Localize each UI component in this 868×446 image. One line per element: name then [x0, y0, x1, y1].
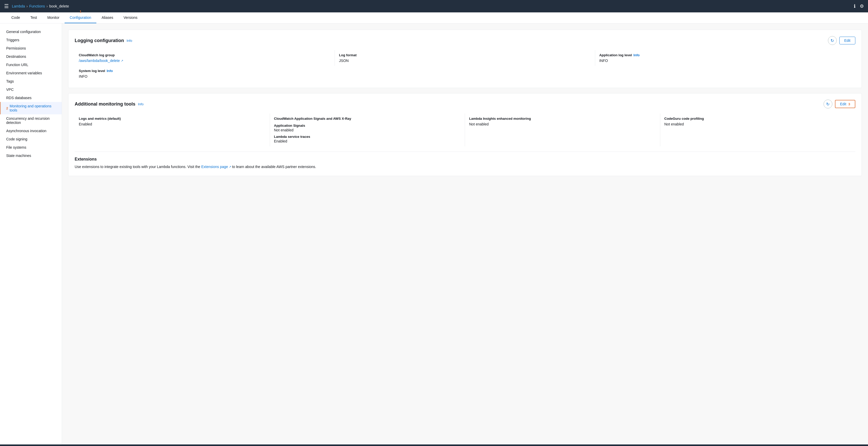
lambda-insights-cell: Lambda Insights enhanced monitoring Not …: [465, 113, 660, 146]
logging-data-grid: CloudWatch log group /aws/lambda/book_de…: [75, 50, 855, 66]
system-log-level-info[interactable]: Info: [107, 69, 113, 73]
monitoring-tools-refresh-button[interactable]: ↻: [824, 100, 832, 108]
log-format-label: Log format: [339, 53, 591, 57]
external-link-icon: ↗: [121, 59, 123, 63]
sidebar-indicator-monitoring: 2: [6, 106, 8, 110]
cloudwatch-signals-label: CloudWatch Application Signals and AWS X…: [274, 117, 461, 121]
system-log-level-value: INFO: [79, 74, 851, 78]
refresh-icon: ↻: [831, 38, 834, 43]
lambda-service-traces-sub-value: Enabled: [274, 139, 461, 143]
codeguru-value: Not enabled: [664, 122, 851, 126]
application-signals-sub-value: Not enabled: [274, 128, 461, 132]
sidebar-item-concurrency-and-recursion-detection[interactable]: Concurrency and recursion detection: [0, 114, 62, 127]
settings-icon[interactable]: ⚙: [860, 3, 864, 9]
monitoring-tools-actions: ↻ Edit 3: [824, 100, 855, 108]
sidebar-item-tags[interactable]: Tags: [0, 77, 62, 85]
application-log-level-value: INFO: [599, 59, 851, 63]
tab-aliases[interactable]: Aliases: [96, 12, 118, 23]
monitoring-edit-indicator: 3: [848, 102, 850, 106]
lambda-insights-value: Not enabled: [469, 122, 656, 126]
logging-config-title: Logging configuration: [75, 38, 124, 43]
sidebar: General configuration Triggers Permissio…: [0, 24, 62, 444]
extensions-section: Extensions Use extensions to integrate e…: [75, 151, 855, 170]
cloudwatch-log-group-cell: CloudWatch log group /aws/lambda/book_de…: [75, 50, 335, 66]
sidebar-item-monitoring-and-operations-tools[interactable]: 2 Monitoring and operations tools: [0, 102, 62, 114]
breadcrumb: Lambda › Functions › book_delete: [12, 4, 69, 8]
codeguru-cell: CodeGuru code profiling Not enabled: [660, 113, 856, 146]
cloudwatch-signals-cell: CloudWatch Application Signals and AWS X…: [270, 113, 465, 146]
lambda-service-traces-sub-label: Lambda service traces: [274, 135, 461, 139]
extensions-title: Extensions: [75, 157, 855, 162]
top-nav: ☰ Lambda › Functions › book_delete ℹ ⚙: [0, 0, 868, 12]
application-signals-sub: Application Signals Not enabled: [274, 124, 461, 132]
tab-configuration[interactable]: 1 Configuration: [65, 12, 96, 23]
monitoring-data-grid: Logs and metrics (default) Enabled Cloud…: [75, 113, 855, 146]
log-format-value: JSON: [339, 59, 591, 63]
system-log-level-label: System log level Info: [79, 69, 851, 73]
sidebar-item-destinations[interactable]: Destinations: [0, 53, 62, 61]
cloudwatch-log-group-label: CloudWatch log group: [79, 53, 331, 57]
tab-monitor[interactable]: Monitor: [42, 12, 65, 23]
sidebar-item-function-url[interactable]: Function URL: [0, 61, 62, 69]
system-log-level-row: System log level Info INFO: [75, 66, 855, 81]
application-log-level-cell: Application log level Info INFO: [595, 50, 855, 66]
application-signals-sub-label: Application Signals: [274, 124, 461, 128]
application-log-level-info[interactable]: Info: [633, 53, 640, 57]
monitoring-tools-title: Additional monitoring tools: [75, 101, 135, 107]
tab-code[interactable]: Code: [6, 12, 25, 23]
monitoring-tools-card: Additional monitoring tools Info ↻ Edit …: [68, 93, 862, 176]
codeguru-label: CodeGuru code profiling: [664, 117, 851, 121]
sidebar-item-rds-databases[interactable]: RDS databases: [0, 94, 62, 102]
extensions-page-link[interactable]: Extensions page ↗: [201, 164, 231, 170]
sidebar-item-asynchronous-invocation[interactable]: Asynchronous invocation: [0, 127, 62, 135]
monitoring-tools-edit-button[interactable]: Edit 3: [835, 100, 855, 108]
monitoring-tools-header: Additional monitoring tools Info ↻ Edit …: [75, 100, 855, 108]
logging-configuration-card: Logging configuration Info ↻ Edit CloudW…: [68, 30, 862, 88]
sidebar-item-triggers[interactable]: Triggers: [0, 36, 62, 44]
application-log-level-label: Application log level Info: [599, 53, 851, 57]
hamburger-menu[interactable]: ☰: [4, 3, 9, 9]
sidebar-item-state-machines[interactable]: State machines: [0, 151, 62, 160]
logging-config-title-area: Logging configuration Info: [75, 38, 132, 43]
footer: ⬛ CloudShell Feedback © 2025, Amazon Web…: [0, 444, 868, 446]
lambda-service-traces-sub: Lambda service traces Enabled: [274, 135, 461, 143]
logging-config-header: Logging configuration Info ↻ Edit: [75, 36, 855, 45]
sidebar-item-permissions[interactable]: Permissions: [0, 44, 62, 53]
monitoring-tools-info-link[interactable]: Info: [138, 102, 144, 106]
breadcrumb-current: book_delete: [49, 4, 69, 8]
logging-config-info-link[interactable]: Info: [127, 39, 132, 43]
breadcrumb-lambda[interactable]: Lambda: [12, 4, 25, 8]
sidebar-item-environment-variables[interactable]: Environment variables: [0, 69, 62, 77]
logs-metrics-value: Enabled: [79, 122, 266, 126]
tab-configuration-indicator: 1: [80, 10, 82, 13]
cloudwatch-log-group-value: /aws/lambda/book_delete ↗: [79, 59, 331, 63]
content-area: Logging configuration Info ↻ Edit CloudW…: [62, 24, 868, 444]
breadcrumb-sep-1: ›: [27, 4, 28, 8]
logging-config-refresh-button[interactable]: ↻: [828, 36, 837, 45]
sidebar-item-file-systems[interactable]: File systems: [0, 143, 62, 151]
top-nav-right: ℹ ⚙: [854, 3, 864, 9]
logs-metrics-cell: Logs and metrics (default) Enabled: [75, 113, 270, 146]
tabs-bar: Code Test Monitor 1 Configuration Aliase…: [0, 12, 868, 24]
log-format-cell: Log format JSON: [335, 50, 595, 66]
logging-config-edit-button[interactable]: Edit: [839, 37, 855, 44]
cloudwatch-log-group-link[interactable]: /aws/lambda/book_delete ↗: [79, 59, 331, 63]
extensions-description: Use extensions to integrate existing too…: [75, 164, 855, 170]
sidebar-item-code-signing[interactable]: Code signing: [0, 135, 62, 143]
main-layout: General configuration Triggers Permissio…: [0, 24, 868, 444]
refresh-icon-2: ↻: [826, 102, 830, 107]
lambda-insights-label: Lambda Insights enhanced monitoring: [469, 117, 656, 121]
monitoring-tools-title-area: Additional monitoring tools Info: [75, 101, 144, 107]
sidebar-item-vpc[interactable]: VPC: [0, 85, 62, 94]
tab-test[interactable]: Test: [25, 12, 42, 23]
sidebar-item-general-configuration[interactable]: General configuration: [0, 28, 62, 36]
tab-versions[interactable]: Versions: [118, 12, 143, 23]
logs-metrics-label: Logs and metrics (default): [79, 117, 266, 121]
info-icon[interactable]: ℹ: [854, 3, 856, 9]
breadcrumb-functions[interactable]: Functions: [29, 4, 45, 8]
logging-config-actions: ↻ Edit: [828, 36, 855, 45]
extensions-page-external-icon: ↗: [229, 165, 231, 169]
breadcrumb-sep-2: ›: [46, 4, 48, 8]
